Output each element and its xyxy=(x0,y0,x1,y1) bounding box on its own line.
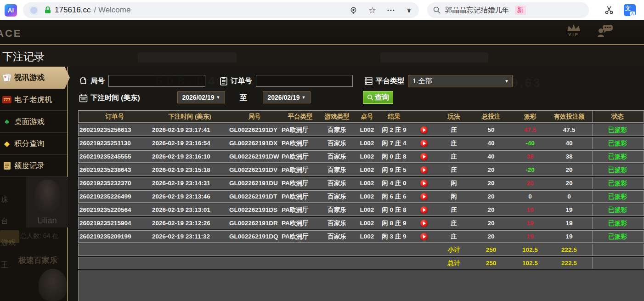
reader-mode-icon[interactable] xyxy=(350,6,357,14)
cell-bet-time: 2026-02-19 23:17:41 xyxy=(151,126,228,133)
column-header: 局号 xyxy=(228,113,281,121)
cell-status: 已派彩 xyxy=(592,231,643,242)
address-bar[interactable]: 175616.cc / Welcome xyxy=(23,2,419,18)
site-header: ACE VIP xyxy=(0,20,644,45)
doc-icon xyxy=(1,161,12,170)
cell-round-no: GL002262191DY xyxy=(228,126,281,133)
cell-bet-time: 2026-02-19 23:15:18 xyxy=(151,166,228,173)
cell-play-type: 庄 xyxy=(440,126,468,134)
play-icon xyxy=(423,208,426,212)
cell-game-type: 百家乐 xyxy=(320,233,354,241)
cell-status: 已派彩 xyxy=(592,151,643,162)
replay-button[interactable] xyxy=(420,193,428,200)
more-options-icon[interactable] xyxy=(387,7,395,13)
total-payout: 102.5 xyxy=(514,260,546,267)
clipboard-icon xyxy=(220,76,228,85)
vip-label: VIP xyxy=(568,32,579,37)
cell-valid-bet: 47.5 xyxy=(546,126,592,133)
cell-payout: -20 xyxy=(514,166,546,173)
total-label: 总计 xyxy=(440,259,468,267)
lobby-fragment: 台 xyxy=(1,216,8,226)
cell-payout: 19 xyxy=(514,220,546,227)
cell-replay xyxy=(408,193,440,200)
cards-icon: 9 xyxy=(1,73,12,82)
cell-play-type: 庄 xyxy=(440,233,468,241)
cell-replay xyxy=(408,153,440,160)
date-to-select[interactable]: 2026/02/19 xyxy=(263,91,311,103)
replay-button[interactable] xyxy=(420,233,428,240)
lobby-game-name: 极速百家乐 xyxy=(18,255,57,266)
page-title: 下注记录 xyxy=(2,50,45,64)
translate-icon[interactable] xyxy=(624,4,636,16)
cell-platform: PA欧洲厅 xyxy=(281,219,320,227)
query-button-label: 查询 xyxy=(375,93,390,102)
cell-play-type: 闲 xyxy=(440,193,468,201)
cell-round-no: GL002262191DX xyxy=(228,140,281,147)
sidebar-item-2[interactable]: ♠桌面游戏 xyxy=(0,111,67,133)
table-header-row: 订单号下注时间 (美东)局号平台类型游戏类型桌号结果玩法总投注派彩有效投注额状态 xyxy=(78,110,644,123)
vip-button[interactable]: VIP xyxy=(567,24,581,37)
cell-result: 闲 2 庄 9 xyxy=(380,126,408,134)
sidebar-item-3[interactable]: ◆积分查询 xyxy=(0,133,67,155)
scissors-icon[interactable] xyxy=(604,6,614,15)
query-button[interactable]: 查询 xyxy=(363,91,393,104)
cell-bet-time: 2026-02-19 23:13:46 xyxy=(151,193,228,200)
lobby-fragment: 王 xyxy=(1,261,8,270)
replay-button[interactable] xyxy=(420,206,428,214)
table-row: 260219235238643 2026-02-19 23:15:18 GL00… xyxy=(78,164,644,176)
replay-button[interactable] xyxy=(420,126,428,134)
cell-table-no: L002 xyxy=(354,233,380,240)
round-input[interactable] xyxy=(108,75,205,87)
replay-button[interactable] xyxy=(420,220,428,227)
subtotal-payout: 102.5 xyxy=(514,246,546,253)
table-row: 260219235215904 2026-02-19 23:12:26 GL00… xyxy=(78,217,644,229)
browser-app-icon[interactable]: AI xyxy=(5,4,17,17)
cell-total-bet: 20 xyxy=(468,180,514,187)
column-header: 有效投注额 xyxy=(546,113,592,121)
cell-status: 已派彩 xyxy=(592,177,643,189)
calendar-icon xyxy=(79,94,88,102)
sidebar-item-0[interactable]: 9视讯游戏 xyxy=(0,67,70,89)
cell-bet-time: 2026-02-19 23:12:26 xyxy=(151,220,228,227)
cell-total-bet: 20 xyxy=(468,233,514,240)
cell-platform: PA欧洲厅 xyxy=(281,193,320,201)
sidebar-item-1[interactable]: 777电子老虎机 xyxy=(0,89,67,111)
cell-bet-time: 2026-02-19 23:13:01 xyxy=(151,206,228,213)
play-icon xyxy=(423,195,426,199)
replay-button[interactable] xyxy=(420,140,428,147)
date-from-select[interactable]: 2026/02/19 xyxy=(177,91,225,103)
query-search-icon xyxy=(367,94,373,101)
cell-status: 已派彩 xyxy=(592,204,643,216)
title-bar: 下注记录 xyxy=(0,46,644,67)
cell-round-no: GL002262191DT xyxy=(228,193,281,200)
cell-replay xyxy=(408,206,440,214)
replay-button[interactable] xyxy=(420,180,428,187)
cell-result: 闲 6 庄 6 xyxy=(380,193,408,201)
dealer-avatar xyxy=(34,180,60,213)
replay-button[interactable] xyxy=(420,153,428,160)
sidebar-item-4[interactable]: 额度记录 xyxy=(0,155,67,177)
site-info-icon[interactable] xyxy=(30,7,37,14)
cell-replay xyxy=(408,180,440,187)
lobby-fragment: 珠 xyxy=(1,195,8,205)
cell-payout: 38 xyxy=(514,153,546,160)
dimmed-lobby-background: 珠 台 游戏 王 Lilian 总人数: 64 在 极速百家乐 xyxy=(0,177,68,301)
lobby-player-count: 总人数: 64 在 xyxy=(20,232,58,240)
replay-button[interactable] xyxy=(420,166,428,174)
chevron-down-icon[interactable] xyxy=(407,6,412,14)
cell-result: 闲 9 庄 5 xyxy=(380,166,408,174)
date-to-value: 2026/02/19 xyxy=(268,94,300,101)
cell-valid-bet: 20 xyxy=(546,166,592,173)
customer-service-icon[interactable] xyxy=(597,24,614,38)
cell-payout: 47.5 xyxy=(514,126,546,133)
cell-payout: 0 xyxy=(514,193,546,200)
bookmark-star-icon[interactable] xyxy=(368,5,376,16)
search-query: 郭晶晶忘记结婚几年 xyxy=(445,6,509,15)
browser-chrome: AI 175616.cc / Welcome 郭晶晶忘记结婚几年 新 xyxy=(0,0,644,20)
order-input[interactable] xyxy=(256,75,353,87)
browser-search[interactable]: 郭晶晶忘记结婚几年 新 xyxy=(427,2,589,18)
platform-select[interactable]: 1.全部 xyxy=(408,75,513,87)
cell-game-type: 百家乐 xyxy=(320,153,354,161)
cell-order-no: 260219235245555 xyxy=(79,153,151,160)
cell-result: 闲 8 庄 9 xyxy=(380,219,408,227)
